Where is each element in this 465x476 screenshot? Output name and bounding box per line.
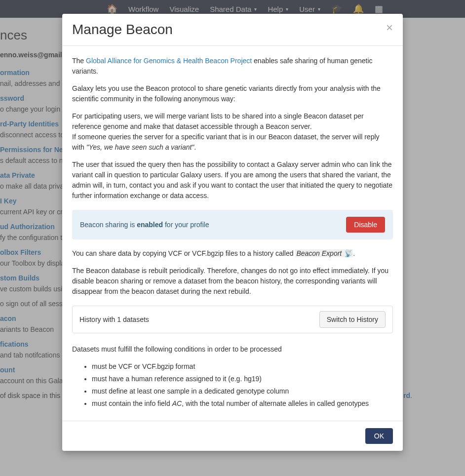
body-text: The user that issued the query then has … — [72, 159, 393, 201]
modal-title: Manage Beacon — [72, 22, 173, 38]
history-box: History with 1 datasets Switch to Histor… — [72, 306, 393, 333]
body-text: Galaxy lets you use the Beacon protocol … — [72, 83, 393, 104]
history-count-label: History with 1 datasets — [79, 315, 149, 325]
intro-text: The Global Alliance for Genomics & Healt… — [72, 56, 393, 77]
list-item: must be VCF or VCF.bgzip format — [92, 361, 393, 372]
modal-body: The Global Alliance for Genomics & Healt… — [62, 46, 403, 416]
modal-footer: OK — [62, 421, 403, 451]
status-text: Beacon sharing is enabled for your profi… — [80, 220, 209, 230]
list-item: must have a human reference assigned to … — [92, 374, 393, 384]
history-name-highlight: Beacon Export 📡 — [295, 249, 353, 257]
switch-to-history-button[interactable]: Switch to History — [319, 311, 386, 328]
beacon-project-link[interactable]: Global Alliance for Genomics & Health Be… — [86, 57, 252, 65]
conditions-list: must be VCF or VCF.bgzip format must hav… — [72, 361, 393, 409]
ok-button[interactable]: OK — [365, 428, 393, 444]
close-icon[interactable]: × — [386, 22, 393, 34]
manage-beacon-modal: Manage Beacon × The Global Alliance for … — [62, 14, 403, 451]
conditions-intro: Datasets must fulfill the following cond… — [72, 344, 393, 355]
list-item: must define at least one sample in a ded… — [92, 386, 393, 397]
disable-button[interactable]: Disable — [346, 217, 385, 233]
beacon-status-box: Beacon sharing is enabled for your profi… — [72, 210, 393, 239]
body-text: For participating users, we will merge v… — [72, 111, 393, 153]
modal-header: Manage Beacon × — [62, 14, 403, 46]
share-instructions: You can share data by copying VCF or VCF… — [72, 248, 393, 259]
rebuild-text: The Beacon database is rebuilt periodica… — [72, 266, 393, 297]
list-item: must contain the info field AC, with the… — [92, 398, 393, 409]
